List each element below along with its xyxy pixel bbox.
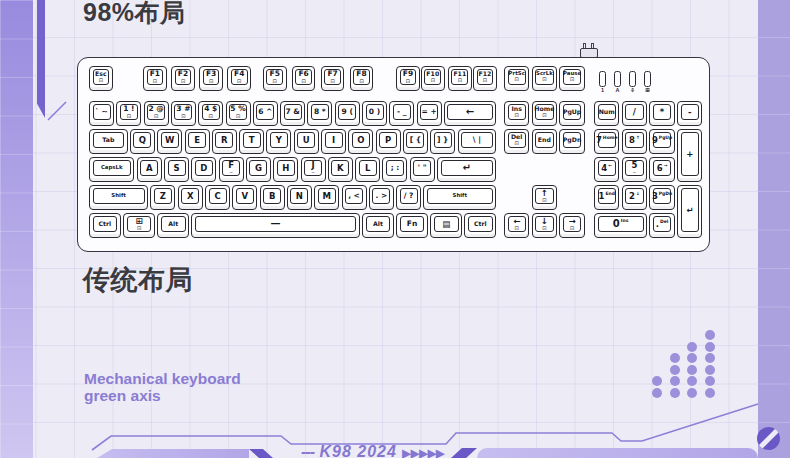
keyboard-key: Shift (89, 185, 148, 210)
dot (670, 376, 680, 386)
keyboard-key: 7Home (594, 129, 619, 154)
top-left-accent-stripe (37, 0, 46, 118)
stripe-accent-line (48, 102, 66, 120)
keyboard-key: ` ~ (89, 101, 114, 126)
keyboard-key: Tab (89, 129, 128, 154)
banner-right-chevron-icon (451, 448, 477, 458)
keyboard-key: F5⊡ (263, 66, 287, 91)
keyboard-key: PgUp (559, 101, 584, 126)
keyboard-key: S (164, 157, 189, 182)
keyboard-key: / (622, 101, 647, 126)
keyboard-key: T (239, 129, 264, 154)
keyboard-key: / ? (396, 185, 421, 210)
keyboard-key: 4← (594, 157, 619, 182)
keyboard-key: + (677, 129, 702, 182)
keyboard-key: 6→ (649, 157, 674, 182)
keyboard-key: 9 ( (335, 101, 360, 126)
keyboard-key: Ctrl (464, 213, 496, 238)
dot (705, 342, 715, 352)
keyboard-key: V (232, 185, 257, 210)
keyboard-key: O (348, 129, 373, 154)
keyboard-key: I (321, 129, 346, 154)
keyboard-key: ↑⊡ (532, 185, 557, 210)
banner-model: K98 2024 (319, 443, 396, 458)
keyboard-key: 5 %⊡ (226, 101, 251, 126)
keyboard-key: ] } (430, 129, 455, 154)
led-indicator: A (614, 71, 621, 94)
dot (687, 388, 697, 398)
keyboard-key: ▤ (430, 213, 462, 238)
keyboard: 1A⇩⊞ Esc⊡F1⊡F2⊡F3⊡F4⊡F5⊡F6⊡F7⊡F8⊡F9⊡F10⊡… (77, 57, 710, 252)
heading-98-layout: 98%布局 (83, 0, 186, 29)
keyboard-key: ←⊡ (504, 213, 529, 238)
dot (687, 365, 697, 375)
dot (670, 353, 680, 363)
keyboard-key: 3 #⊡ (171, 101, 196, 126)
keyboard-key: 0 ) (362, 101, 387, 126)
keyboard-key: L (355, 157, 380, 182)
dot (687, 353, 697, 363)
keyboard-key: Home⊡ (532, 101, 557, 126)
keyboard-key: 4 $⊡ (198, 101, 223, 126)
banner-left-chevron-icon (249, 449, 273, 458)
keyboard-key: X (178, 185, 203, 210)
keyboard-key: F7⊡ (321, 66, 345, 91)
keyboard-key: ; : (382, 157, 407, 182)
dot (652, 388, 662, 398)
keyboard-key: F11⊡ (448, 66, 472, 91)
keyboard-key: F12⊡ (473, 66, 497, 91)
keyboard-key: 6 ^ (253, 101, 278, 126)
keyboard-key: ↓⊡ (532, 213, 557, 238)
led-indicators: 1A⇩⊞ (599, 71, 651, 94)
keyboard-key: ↵ (677, 185, 702, 238)
keyboard-key: F– (219, 157, 244, 182)
keyboard-key: G (246, 157, 271, 182)
keyboard-key: * (649, 101, 674, 126)
keyboard-key: Del⊡ (504, 129, 529, 154)
keyboard-key: . > (369, 185, 394, 210)
keyboard-key: 9PgUp (649, 129, 674, 154)
keyboard-key: 1 !⊡ (116, 101, 141, 126)
keyboard-key: →⊡ (559, 213, 584, 238)
led-indicator: 1 (599, 71, 606, 94)
keyboard-key: B (260, 185, 285, 210)
banner-circle-slash-icon (757, 427, 780, 450)
keyboard-key: 8↑ (622, 129, 647, 154)
keyboard-key: U (294, 129, 319, 154)
keyboard-key: ' " (410, 157, 435, 182)
keyboard-key: D (191, 157, 216, 182)
left-gradient-band (0, 0, 33, 458)
keyboard-key: Ctrl (89, 213, 121, 238)
keyboard-key: F10⊡ (421, 66, 445, 91)
keyboard-key: \ | (458, 129, 497, 154)
banner-right-pill (477, 448, 758, 458)
keyboard-key: , < (342, 185, 367, 210)
keyboard-key: F4⊡ (227, 66, 251, 91)
dot (687, 342, 697, 352)
keyboard-key: PgDn (559, 129, 584, 154)
dot (687, 376, 697, 386)
dot (705, 388, 715, 398)
keyboard-key: Q (130, 129, 155, 154)
keyboard-key: - (677, 101, 702, 126)
keyboard-key: Z (150, 185, 175, 210)
banner-text: --- K98 2024 ▶▶▶▶▶ (301, 443, 445, 458)
keyboard-key: Alt (157, 213, 189, 238)
keyboard-key: F8⊡ (350, 66, 374, 91)
keyboard-key: J– (301, 157, 326, 182)
keyboard-key: CapsLk (89, 157, 134, 182)
dot (652, 376, 662, 386)
keyboard-key: E (185, 129, 210, 154)
promo-page: 98%布局 1A⇩⊞ Esc⊡F1⊡F2⊡F3⊡F4⊡F5⊡F6⊡F7⊡F8⊡F… (0, 0, 790, 458)
keyboard-key: 8 * (307, 101, 332, 126)
keyboard-key: F9⊡ (396, 66, 420, 91)
keyboard-key: ↵ (437, 157, 496, 182)
keyboard-key: Alt (362, 213, 394, 238)
keyboard-key: ⊞⊡ (123, 213, 155, 238)
keyboard-key: F1⊡ (143, 66, 167, 91)
dot (705, 376, 715, 386)
keyboard-key: 1End (594, 185, 619, 210)
dot (705, 330, 715, 340)
keyboard-key: M (314, 185, 339, 210)
banner-dashes: --- (301, 443, 314, 458)
